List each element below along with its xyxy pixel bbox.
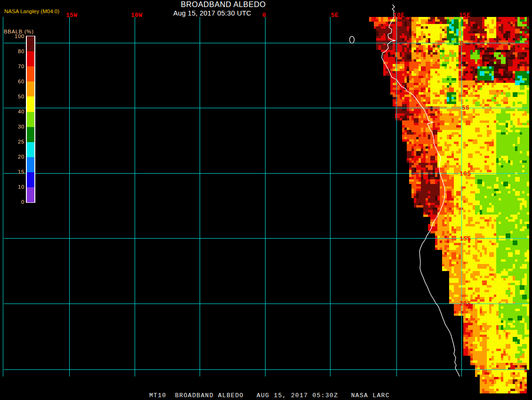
svg-text:15E: 15E <box>459 12 470 19</box>
svg-text:70: 70 <box>18 64 24 69</box>
svg-text:100: 100 <box>15 33 24 39</box>
svg-text:10W: 10W <box>131 12 142 19</box>
svg-text:5E: 5E <box>331 12 339 19</box>
svg-text:0: 0 <box>21 199 24 205</box>
svg-text:15: 15 <box>18 169 24 175</box>
svg-text:25: 25 <box>18 139 24 144</box>
svg-text:40: 40 <box>18 109 24 114</box>
svg-text:0: 0 <box>262 12 266 19</box>
svg-text:20: 20 <box>18 154 24 160</box>
svg-text:10S: 10S <box>459 170 471 177</box>
svg-text:0: 0 <box>460 40 464 47</box>
svg-text:15W: 15W <box>66 12 77 19</box>
svg-text:60: 60 <box>18 79 24 84</box>
svg-text:20S: 20S <box>459 300 471 307</box>
svg-text:30: 30 <box>18 124 24 129</box>
svg-text:10E: 10E <box>393 12 404 19</box>
svg-text:50: 50 <box>18 94 24 99</box>
svg-text:BROADBAND ALBEDO: BROADBAND ALBEDO <box>181 0 266 8</box>
svg-text:15S: 15S <box>459 235 471 242</box>
svg-text:10: 10 <box>18 184 24 190</box>
svg-text:5S: 5S <box>462 104 469 112</box>
svg-text:80: 80 <box>18 48 24 54</box>
svg-text:NASA Langley (M04.0): NASA Langley (M04.0) <box>4 8 59 14</box>
svg-text:MT10 BROADBAND ALBEDO AUG 1: MT10 BROADBAND ALBEDO AUG 15, 2017 05:30… <box>149 392 390 399</box>
svg-text:Aug 15, 2017 05:30 UTC: Aug 15, 2017 05:30 UTC <box>173 9 251 17</box>
